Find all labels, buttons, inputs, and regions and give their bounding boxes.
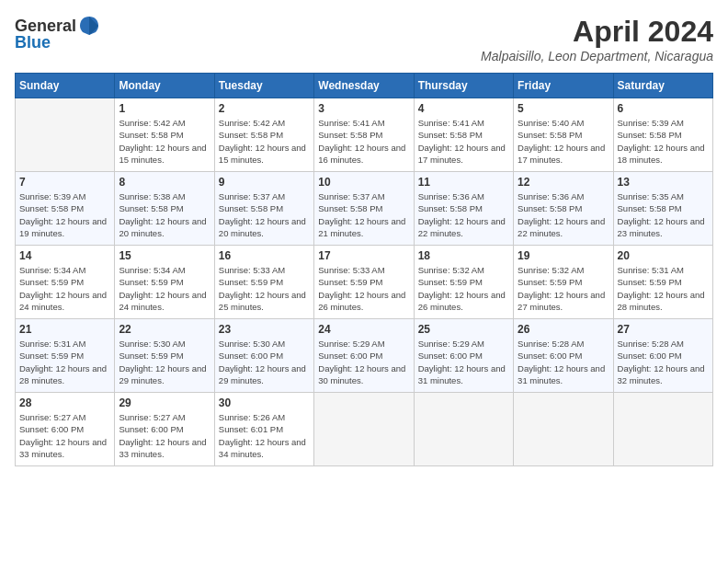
- day-number: 15: [119, 249, 210, 262]
- day-number: 1: [119, 102, 210, 115]
- day-info: Sunrise: 5:40 AMSunset: 5:58 PMDaylight:…: [518, 117, 609, 166]
- calendar-cell: 28Sunrise: 5:27 AMSunset: 6:00 PMDayligh…: [16, 393, 115, 466]
- day-info: Sunrise: 5:29 AMSunset: 6:00 PMDaylight:…: [418, 338, 509, 386]
- day-number: 26: [518, 323, 609, 336]
- calendar-cell: [514, 393, 613, 466]
- day-number: 14: [19, 249, 110, 262]
- col-header-tuesday: Tuesday: [214, 74, 313, 98]
- calendar-cell: 13Sunrise: 5:35 AMSunset: 5:58 PMDayligh…: [613, 172, 712, 246]
- week-row-3: 14Sunrise: 5:34 AMSunset: 5:59 PMDayligh…: [16, 246, 713, 319]
- calendar-cell: [613, 393, 712, 466]
- day-number: 21: [19, 323, 110, 336]
- calendar-cell: 1Sunrise: 5:42 AMSunset: 5:58 PMDaylight…: [115, 98, 214, 172]
- calendar-cell: 17Sunrise: 5:33 AMSunset: 5:59 PMDayligh…: [314, 246, 414, 319]
- calendar-cell: 21Sunrise: 5:31 AMSunset: 5:59 PMDayligh…: [16, 319, 115, 393]
- header-row: SundayMondayTuesdayWednesdayThursdayFrid…: [16, 74, 713, 98]
- week-row-4: 21Sunrise: 5:31 AMSunset: 5:59 PMDayligh…: [16, 319, 713, 393]
- calendar-cell: 2Sunrise: 5:42 AMSunset: 5:58 PMDaylight…: [214, 98, 313, 172]
- logo: General Blue: [15, 15, 100, 52]
- col-header-thursday: Thursday: [414, 74, 513, 98]
- calendar-cell: 3Sunrise: 5:41 AMSunset: 5:58 PMDaylight…: [314, 98, 414, 172]
- day-info: Sunrise: 5:39 AMSunset: 5:58 PMDaylight:…: [19, 190, 110, 239]
- day-info: Sunrise: 5:27 AMSunset: 6:00 PMDaylight:…: [19, 411, 110, 460]
- day-info: Sunrise: 5:39 AMSunset: 5:58 PMDaylight:…: [618, 117, 709, 166]
- calendar-cell: [314, 393, 414, 466]
- title-area: April 2024 Malpaisillo, Leon Department,…: [481, 15, 713, 63]
- col-header-saturday: Saturday: [613, 74, 712, 98]
- day-info: Sunrise: 5:28 AMSunset: 6:00 PMDaylight:…: [518, 338, 609, 386]
- calendar-cell: 26Sunrise: 5:28 AMSunset: 6:00 PMDayligh…: [514, 319, 613, 393]
- calendar-table: SundayMondayTuesdayWednesdayThursdayFrid…: [15, 73, 713, 466]
- day-info: Sunrise: 5:41 AMSunset: 5:58 PMDaylight:…: [318, 117, 409, 166]
- day-number: 4: [418, 102, 509, 115]
- calendar-cell: 5Sunrise: 5:40 AMSunset: 5:58 PMDaylight…: [514, 98, 613, 172]
- day-info: Sunrise: 5:33 AMSunset: 5:59 PMDaylight:…: [219, 264, 310, 313]
- calendar-cell: 25Sunrise: 5:29 AMSunset: 6:00 PMDayligh…: [414, 319, 513, 393]
- day-info: Sunrise: 5:33 AMSunset: 5:59 PMDaylight:…: [318, 264, 409, 313]
- calendar-cell: 7Sunrise: 5:39 AMSunset: 5:58 PMDaylight…: [16, 172, 115, 246]
- calendar-cell: 23Sunrise: 5:30 AMSunset: 6:00 PMDayligh…: [214, 319, 313, 393]
- day-number: 20: [618, 249, 709, 262]
- day-number: 22: [119, 323, 210, 336]
- day-number: 29: [119, 396, 210, 409]
- day-number: 11: [418, 176, 509, 189]
- calendar-cell: 8Sunrise: 5:38 AMSunset: 5:58 PMDaylight…: [115, 172, 214, 246]
- day-info: Sunrise: 5:36 AMSunset: 5:58 PMDaylight:…: [418, 190, 509, 239]
- day-number: 8: [119, 176, 210, 189]
- calendar-cell: 10Sunrise: 5:37 AMSunset: 5:58 PMDayligh…: [314, 172, 414, 246]
- day-info: Sunrise: 5:41 AMSunset: 5:58 PMDaylight:…: [418, 117, 509, 166]
- day-info: Sunrise: 5:37 AMSunset: 5:58 PMDaylight:…: [219, 190, 310, 239]
- day-number: 19: [518, 249, 609, 262]
- location-title: Malpaisillo, Leon Department, Nicaragua: [481, 49, 713, 63]
- logo-icon: [78, 15, 100, 37]
- calendar-cell: 18Sunrise: 5:32 AMSunset: 5:59 PMDayligh…: [414, 246, 513, 319]
- page-header: General Blue April 2024 Malpaisillo, Leo…: [15, 15, 713, 63]
- day-number: 3: [318, 102, 409, 115]
- day-info: Sunrise: 5:32 AMSunset: 5:59 PMDaylight:…: [518, 264, 609, 313]
- day-number: 12: [518, 176, 609, 189]
- calendar-cell: 6Sunrise: 5:39 AMSunset: 5:58 PMDaylight…: [613, 98, 712, 172]
- day-info: Sunrise: 5:37 AMSunset: 5:58 PMDaylight:…: [318, 190, 409, 239]
- day-info: Sunrise: 5:42 AMSunset: 5:58 PMDaylight:…: [119, 117, 210, 166]
- month-title: April 2024: [481, 15, 713, 49]
- day-info: Sunrise: 5:30 AMSunset: 5:59 PMDaylight:…: [119, 338, 210, 386]
- day-info: Sunrise: 5:36 AMSunset: 5:58 PMDaylight:…: [518, 190, 609, 239]
- day-info: Sunrise: 5:32 AMSunset: 5:59 PMDaylight:…: [418, 264, 509, 313]
- calendar-cell: [414, 393, 513, 466]
- week-row-2: 7Sunrise: 5:39 AMSunset: 5:58 PMDaylight…: [16, 172, 713, 246]
- calendar-cell: 16Sunrise: 5:33 AMSunset: 5:59 PMDayligh…: [214, 246, 313, 319]
- day-number: 5: [518, 102, 609, 115]
- col-header-wednesday: Wednesday: [314, 74, 414, 98]
- calendar-cell: 11Sunrise: 5:36 AMSunset: 5:58 PMDayligh…: [414, 172, 513, 246]
- col-header-friday: Friday: [514, 74, 613, 98]
- day-info: Sunrise: 5:28 AMSunset: 6:00 PMDaylight:…: [618, 338, 709, 386]
- calendar-cell: 27Sunrise: 5:28 AMSunset: 6:00 PMDayligh…: [613, 319, 712, 393]
- day-number: 27: [618, 323, 709, 336]
- day-number: 28: [19, 396, 110, 409]
- calendar-cell: 22Sunrise: 5:30 AMSunset: 5:59 PMDayligh…: [115, 319, 214, 393]
- day-info: Sunrise: 5:35 AMSunset: 5:58 PMDaylight:…: [618, 190, 709, 239]
- col-header-sunday: Sunday: [16, 74, 115, 98]
- calendar-cell: 20Sunrise: 5:31 AMSunset: 5:59 PMDayligh…: [613, 246, 712, 319]
- day-info: Sunrise: 5:31 AMSunset: 5:59 PMDaylight:…: [618, 264, 709, 313]
- week-row-5: 28Sunrise: 5:27 AMSunset: 6:00 PMDayligh…: [16, 393, 713, 466]
- calendar-cell: 24Sunrise: 5:29 AMSunset: 6:00 PMDayligh…: [314, 319, 414, 393]
- day-number: 23: [219, 323, 310, 336]
- col-header-monday: Monday: [115, 74, 214, 98]
- calendar-cell: 15Sunrise: 5:34 AMSunset: 5:59 PMDayligh…: [115, 246, 214, 319]
- day-number: 24: [318, 323, 409, 336]
- day-number: 10: [318, 176, 409, 189]
- day-info: Sunrise: 5:34 AMSunset: 5:59 PMDaylight:…: [19, 264, 110, 313]
- day-number: 7: [19, 176, 110, 189]
- day-number: 6: [618, 102, 709, 115]
- day-info: Sunrise: 5:42 AMSunset: 5:58 PMDaylight:…: [219, 117, 310, 166]
- day-number: 13: [618, 176, 709, 189]
- day-info: Sunrise: 5:29 AMSunset: 6:00 PMDaylight:…: [318, 338, 409, 386]
- day-number: 9: [219, 176, 310, 189]
- calendar-cell: 12Sunrise: 5:36 AMSunset: 5:58 PMDayligh…: [514, 172, 613, 246]
- calendar-cell: 19Sunrise: 5:32 AMSunset: 5:59 PMDayligh…: [514, 246, 613, 319]
- day-number: 18: [418, 249, 509, 262]
- calendar-cell: 30Sunrise: 5:26 AMSunset: 6:01 PMDayligh…: [214, 393, 313, 466]
- day-info: Sunrise: 5:26 AMSunset: 6:01 PMDaylight:…: [219, 411, 310, 460]
- day-number: 25: [418, 323, 509, 336]
